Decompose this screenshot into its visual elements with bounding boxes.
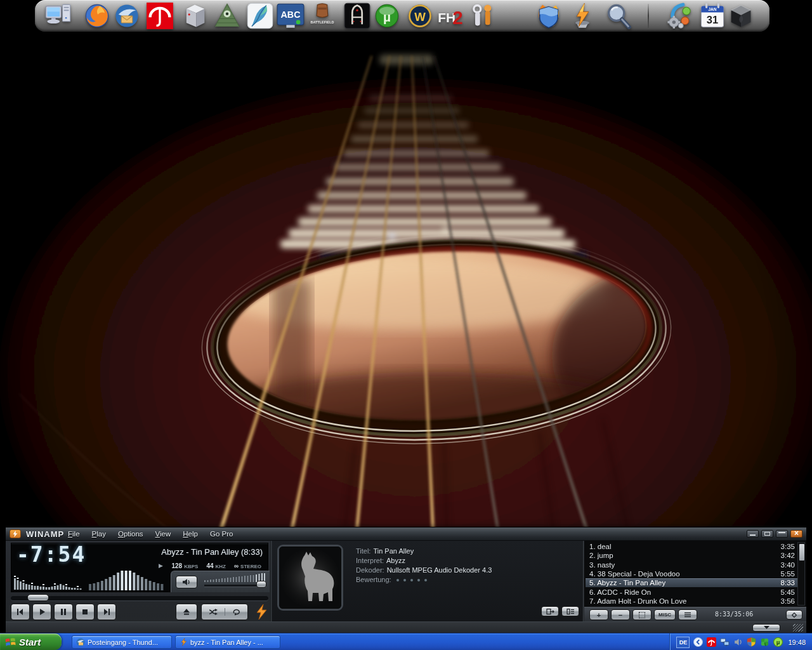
menu-play[interactable]: Play bbox=[92, 530, 106, 538]
select-all-icon bbox=[639, 612, 645, 618]
photoshop-feather-icon[interactable] bbox=[246, 2, 274, 30]
tray-collapse-chevron-icon[interactable] bbox=[693, 637, 703, 647]
winamp-titlebar[interactable]: WINAMP File Play Options View Help Go Pr… bbox=[6, 527, 806, 541]
seek-bar[interactable] bbox=[11, 596, 268, 601]
playlist-row[interactable]: 4. 38 Special - Deja Voodoo5:55 bbox=[586, 569, 797, 578]
playlist-listopts-button[interactable] bbox=[678, 609, 697, 620]
abc-icon[interactable]: ABC bbox=[277, 2, 304, 30]
taskbar-item-winamp[interactable]: byzz - Tin Pan Alley - ... bbox=[175, 635, 280, 649]
stop-button[interactable] bbox=[75, 604, 95, 620]
playlist-row[interactable]: 1. deal3:35 bbox=[586, 542, 797, 551]
firefox-icon[interactable] bbox=[83, 2, 111, 30]
mute-button[interactable] bbox=[176, 576, 197, 588]
my-computer-icon[interactable] bbox=[44, 2, 72, 30]
seek-knob[interactable] bbox=[27, 594, 49, 601]
desktop: { "dock": { "items": [ {"name": "my-comp… bbox=[0, 0, 812, 650]
taskbar: Start Posteingang - Thund... byzz - Tin … bbox=[0, 633, 812, 650]
playlist-add-button[interactable]: + bbox=[589, 609, 608, 620]
minimize-button[interactable] bbox=[747, 530, 759, 538]
svg-text:µ: µ bbox=[776, 639, 780, 646]
bitrate-unit: KBPS bbox=[184, 564, 198, 569]
menu-file[interactable]: File bbox=[68, 530, 80, 538]
winamp-bolt-icon[interactable] bbox=[253, 604, 270, 620]
volume-ticks bbox=[204, 573, 265, 582]
playlist-remove-button[interactable]: − bbox=[611, 609, 630, 620]
close-button[interactable] bbox=[790, 530, 802, 538]
tray-network-icon[interactable] bbox=[720, 637, 730, 647]
server-box-icon[interactable] bbox=[181, 2, 209, 30]
shuffle-button[interactable] bbox=[202, 608, 225, 616]
previous-button[interactable] bbox=[11, 604, 30, 620]
avira-icon[interactable] bbox=[146, 2, 174, 30]
track-title-ticker[interactable]: Abyzz - Tin Pan Alley (8:33) bbox=[161, 547, 263, 557]
search-icon[interactable] bbox=[605, 2, 632, 30]
eject-button[interactable] bbox=[176, 604, 197, 620]
rating-stars[interactable] bbox=[396, 579, 427, 581]
tray-clover-icon[interactable] bbox=[760, 637, 769, 647]
oblivion-icon[interactable] bbox=[343, 2, 371, 30]
tray-utorrent-icon[interactable]: µ bbox=[773, 637, 783, 647]
menu-options[interactable]: Options bbox=[118, 530, 143, 538]
taskbar-item-thunderbird[interactable]: Posteingang - Thund... bbox=[72, 635, 172, 649]
channels-label: STEREO bbox=[240, 564, 261, 569]
playlist-select-button[interactable] bbox=[632, 609, 652, 620]
playlist-row[interactable]: 2. jump3:42 bbox=[586, 551, 797, 560]
track-time[interactable]: -7:54 bbox=[16, 542, 86, 567]
pane-divider bbox=[270, 541, 272, 621]
pause-button[interactable] bbox=[54, 604, 73, 620]
tray-avira-icon[interactable] bbox=[707, 637, 716, 647]
tray-security-shield-icon[interactable] bbox=[747, 637, 756, 647]
dock-settings-icon[interactable] bbox=[665, 2, 693, 30]
expand-button[interactable] bbox=[752, 624, 780, 632]
menu-go-pro[interactable]: Go Pro bbox=[210, 530, 233, 538]
beat-visualizer bbox=[89, 567, 165, 590]
repeat-icon bbox=[232, 608, 240, 616]
winamp-window: WINAMP File Play Options View Help Go Pr… bbox=[5, 527, 807, 633]
tuneup-icon[interactable] bbox=[568, 2, 596, 30]
wow-icon[interactable]: W bbox=[406, 2, 434, 30]
battlefield-icon[interactable]: BATTLEFIELD bbox=[308, 2, 336, 30]
samplerate-unit: KHZ bbox=[216, 564, 226, 569]
start-button[interactable]: Start bbox=[0, 633, 62, 650]
calendar-icon[interactable]: JAN31 bbox=[698, 2, 726, 30]
playlist-diamond-button[interactable] bbox=[786, 610, 802, 620]
language-indicator[interactable]: DE bbox=[676, 637, 690, 648]
volume-knob[interactable] bbox=[256, 581, 266, 588]
album-art[interactable] bbox=[277, 545, 343, 611]
menu-help[interactable]: Help bbox=[183, 530, 198, 538]
scrollbar-thumb[interactable] bbox=[799, 543, 805, 561]
play-button[interactable] bbox=[32, 604, 51, 620]
figures-icon[interactable] bbox=[468, 2, 496, 30]
repeat-button[interactable] bbox=[225, 608, 248, 616]
next-button[interactable] bbox=[97, 604, 116, 620]
pyramid-eye-icon[interactable] bbox=[213, 2, 241, 30]
resize-grip[interactable] bbox=[793, 624, 803, 632]
playlist-row[interactable]: 3. nasty3:40 bbox=[586, 560, 797, 569]
playlist-row-selected[interactable]: 5. Abyzz - Tin Pan Alley8:33 bbox=[586, 578, 797, 587]
task-label: byzz - Tin Pan Alley - ... bbox=[190, 639, 263, 646]
recycle-cube-icon[interactable] bbox=[727, 2, 755, 30]
stereo-icon: ∞ bbox=[234, 562, 239, 569]
bitrate-value: 128 bbox=[171, 562, 182, 569]
firewall-shield-icon[interactable] bbox=[535, 2, 563, 30]
media-info-pane: Titel:Tin Pan Alley Interpret:Abyzz Deko… bbox=[272, 541, 583, 621]
list-view-button[interactable] bbox=[561, 606, 579, 616]
playlist-pane: 1. deal3:35 2. jump3:42 3. nasty3:40 4. … bbox=[584, 541, 806, 621]
windowshade-button[interactable] bbox=[776, 530, 788, 538]
utorrent-icon[interactable]: µ bbox=[373, 2, 401, 30]
menu-view[interactable]: View bbox=[155, 530, 171, 538]
playlist-misc-button[interactable]: MISC bbox=[654, 609, 676, 620]
title-label: Titel: bbox=[356, 547, 370, 555]
tray-volume-icon[interactable] bbox=[733, 637, 743, 647]
playlist-toolbar: + − MISC 8:33/35:06 bbox=[584, 607, 806, 621]
playlist-time-status: 8:33/35:06 bbox=[715, 611, 753, 618]
playlist-scrollbar[interactable] bbox=[797, 542, 805, 606]
maximize-button[interactable] bbox=[761, 530, 773, 538]
thunderbird-icon[interactable] bbox=[113, 2, 141, 30]
playlist-row[interactable]: 6. ACDC - Ride On5:45 bbox=[586, 587, 797, 596]
info-decoder-row: Dekoder:Nullsoft MPEG Audio Dekoder 4.3 bbox=[356, 566, 492, 574]
playlist-row[interactable]: 7. Adam Holt - Drunk On Love3:56 bbox=[586, 597, 797, 606]
fh2-icon[interactable]: FH2 bbox=[436, 2, 464, 30]
decoder-label: Dekoder: bbox=[356, 566, 384, 574]
send-to-button[interactable] bbox=[541, 606, 559, 616]
